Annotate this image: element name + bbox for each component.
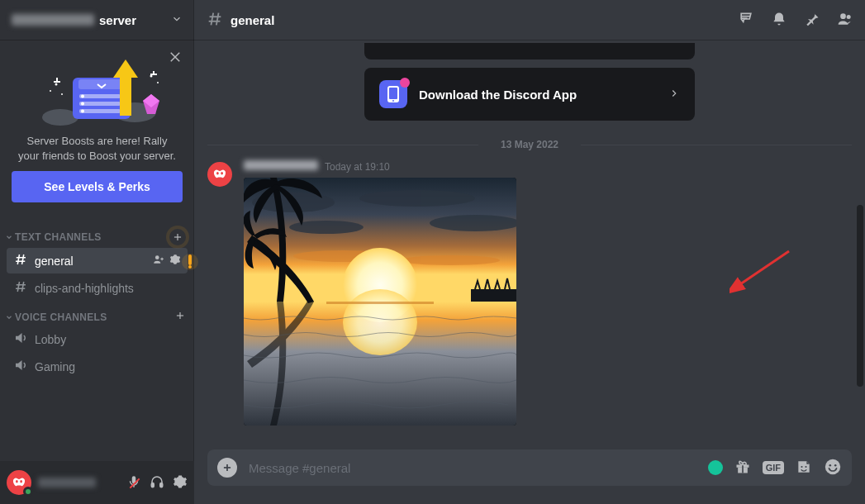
- svg-point-77: [825, 459, 840, 473]
- messages-area: Download the Discord App 13 May 2022 Tod…: [194, 40, 865, 449]
- svg-line-48: [211, 12, 213, 25]
- channel-title: general: [231, 13, 274, 27]
- svg-point-52: [840, 13, 846, 19]
- voice-channel-lobby[interactable]: Lobby: [7, 326, 188, 352]
- svg-rect-7: [79, 102, 121, 106]
- emoji-icon[interactable]: [824, 458, 842, 478]
- text-channels-label: TEXT CHANNELS: [15, 231, 102, 243]
- invite-icon[interactable]: [153, 254, 164, 268]
- author-name-redacted: [244, 160, 318, 170]
- server-name-redacted: [12, 14, 94, 26]
- collapsed-card[interactable]: [364, 43, 695, 59]
- status-online-icon: [23, 487, 33, 497]
- user-name-redacted: [38, 478, 96, 487]
- image-attachment[interactable]: [244, 178, 516, 426]
- svg-rect-67: [326, 302, 434, 304]
- svg-point-35: [188, 265, 192, 269]
- server-name-suffix: server: [99, 13, 136, 27]
- channel-label: Lobby: [35, 333, 66, 346]
- text-channels-header[interactable]: TEXT CHANNELS: [0, 221, 194, 247]
- svg-rect-44: [151, 483, 154, 487]
- svg-point-61: [430, 215, 516, 231]
- svg-rect-6: [79, 94, 121, 98]
- hash-icon: [206, 10, 224, 31]
- grammarly-icon[interactable]: [708, 460, 723, 475]
- phone-icon: [379, 80, 407, 108]
- channel-general[interactable]: general: [7, 248, 188, 273]
- composer-row: GIF: [194, 449, 865, 504]
- svg-rect-24: [150, 74, 157, 75]
- svg-rect-12: [120, 76, 131, 116]
- svg-rect-42: [132, 476, 136, 483]
- speaker-icon: [13, 358, 28, 375]
- pin-icon[interactable]: [804, 11, 820, 30]
- author-avatar[interactable]: [207, 162, 232, 187]
- voice-channels-label: VOICE CHANNELS: [15, 311, 107, 323]
- message: Today at 19:10: [207, 157, 852, 429]
- bell-icon[interactable]: [771, 11, 787, 30]
- sticker-icon[interactable]: [796, 459, 812, 478]
- date-divider: 13 May 2022: [207, 139, 852, 150]
- svg-line-30: [22, 254, 24, 264]
- svg-point-60: [359, 190, 475, 207]
- svg-point-78: [829, 464, 832, 466]
- svg-rect-55: [389, 88, 397, 99]
- message-composer: GIF: [207, 449, 852, 486]
- add-channel-icon[interactable]: [169, 229, 186, 245]
- boost-card: Server Boosts are here! Rally your frien…: [7, 46, 188, 211]
- main-area: general Download the Discord App 13 May …: [194, 0, 865, 504]
- svg-point-9: [81, 95, 84, 98]
- svg-point-31: [155, 255, 159, 259]
- download-app-card[interactable]: Download the Discord App: [364, 68, 695, 121]
- channel-label: Gaming: [35, 360, 75, 373]
- user-avatar[interactable]: [7, 470, 31, 495]
- svg-point-22: [157, 82, 159, 83]
- threads-icon[interactable]: [738, 11, 754, 30]
- hash-icon: [13, 252, 28, 269]
- channel-label: general: [35, 254, 74, 268]
- svg-point-53: [847, 15, 851, 19]
- add-channel-icon[interactable]: [174, 310, 186, 324]
- chevron-right-icon: [668, 88, 680, 102]
- headphones-icon[interactable]: [150, 474, 164, 492]
- date-divider-label: 13 May 2022: [501, 139, 558, 150]
- hash-icon: [13, 279, 28, 297]
- message-input[interactable]: [247, 460, 698, 476]
- svg-point-18: [61, 93, 63, 95]
- gear-icon[interactable]: [169, 254, 181, 268]
- svg-point-79: [834, 464, 837, 466]
- voice-channels-header[interactable]: VOICE CHANNELS: [0, 302, 194, 326]
- svg-rect-74: [742, 464, 744, 473]
- svg-point-76: [805, 465, 806, 467]
- svg-point-10: [81, 102, 84, 106]
- user-panel: [0, 461, 194, 504]
- svg-marker-13: [113, 59, 138, 78]
- svg-rect-68: [471, 289, 516, 302]
- svg-point-16: [55, 83, 57, 86]
- svg-point-75: [801, 465, 802, 467]
- mic-mute-icon[interactable]: [126, 474, 141, 492]
- speaker-icon: [13, 330, 28, 348]
- boost-text: Server Boosts are here! Rally your frien…: [12, 131, 183, 171]
- svg-point-17: [50, 90, 51, 92]
- gear-icon[interactable]: [173, 474, 188, 492]
- download-app-label: Download the Discord App: [419, 88, 577, 102]
- server-header[interactable]: server: [0, 0, 194, 40]
- svg-point-11: [81, 110, 84, 113]
- attach-icon[interactable]: [217, 458, 237, 478]
- gift-icon[interactable]: [734, 459, 751, 478]
- boost-illustration: [12, 51, 183, 131]
- svg-rect-45: [160, 483, 163, 487]
- svg-line-49: [216, 12, 219, 25]
- channel-header: general: [194, 0, 865, 40]
- scrollbar[interactable]: [857, 40, 863, 449]
- channel-clips-and-highlights[interactable]: clips-and-highlights: [7, 275, 188, 301]
- close-icon[interactable]: [168, 50, 183, 67]
- svg-line-29: [17, 254, 19, 264]
- members-icon[interactable]: [837, 11, 853, 30]
- server-sidebar: server: [0, 0, 194, 504]
- boost-button[interactable]: See Levels & Perks: [12, 171, 183, 202]
- gif-icon[interactable]: GIF: [763, 461, 784, 474]
- svg-point-66: [343, 289, 417, 355]
- voice-channel-gaming[interactable]: Gaming: [7, 354, 188, 379]
